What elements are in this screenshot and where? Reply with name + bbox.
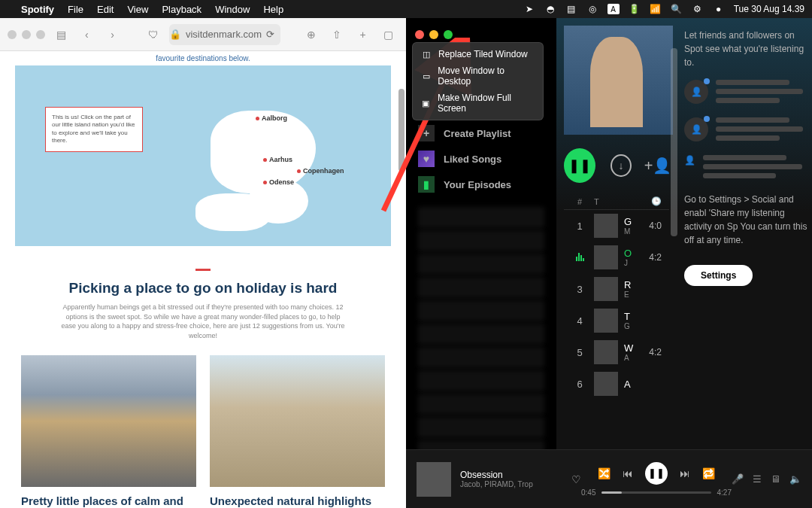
safari-minimize-button[interactable] — [22, 30, 31, 39]
city-aalborg[interactable]: Aalborg — [256, 114, 287, 122]
menu-help[interactable]: Help — [263, 4, 283, 15]
player-bar: Obsession Jacob, PIRAMD, Trop ♡ 🔀 ⏮ ❚❚ ⏭… — [406, 449, 812, 508]
menu-replace-tiled[interactable]: ◫Replace Tiled Window — [413, 46, 543, 62]
playlist-view[interactable]: ❚❚ ↓ +👤 # T 🕒 1 GM 4:0 — [556, 18, 677, 449]
section-subtext: Apparently human beings get a bit stress… — [60, 303, 346, 340]
progress-bar[interactable]: 0:45 4:27 — [581, 488, 732, 497]
queue-button[interactable]: ☰ — [753, 473, 762, 485]
spotify-sidebar: ◫Replace Tiled Window ▭Move Window to De… — [406, 18, 556, 449]
menu-view[interactable]: View — [127, 4, 148, 15]
player-center: 🔀 ⏮ ❚❚ ⏭ 🔁 0:45 4:27 — [581, 462, 732, 497]
lyrics-button[interactable]: 🎤 — [732, 473, 744, 485]
menubar-datetime[interactable]: Tue 30 Aug 14.39 — [734, 4, 804, 14]
download-button[interactable]: ↓ — [611, 154, 632, 177]
header-number[interactable]: # — [571, 197, 588, 206]
track-row[interactable]: 6 A — [564, 368, 669, 400]
volume-button[interactable]: 🔈 — [789, 473, 801, 485]
like-button[interactable]: ♡ — [571, 473, 581, 485]
spotify-scrollbar[interactable] — [671, 48, 677, 236]
playlist-item[interactable] — [418, 417, 544, 438]
menu-window[interactable]: Window — [215, 4, 250, 15]
status-icon-2[interactable]: ◓ — [544, 3, 556, 15]
track-row[interactable]: 1 GM 4:0 — [564, 210, 669, 242]
playlist-item[interactable] — [418, 230, 544, 251]
elapsed-time: 0:45 — [581, 488, 595, 497]
card-1[interactable]: Pretty little places of calm and tranqui… — [21, 355, 196, 508]
menubar-app-name[interactable]: Spotify — [21, 4, 54, 15]
back-button[interactable]: ‹ — [77, 24, 96, 45]
track-row[interactable]: 4 TG — [564, 305, 669, 336]
header-title[interactable]: T — [588, 197, 635, 206]
safari-zoom-button[interactable] — [36, 30, 45, 39]
extension-icon[interactable]: ⊕ — [301, 24, 321, 45]
menubar-status-area: ➤ ◓ ▤ ◎ A 🔋 📶 🔍 ⚙ ● Tue 30 Aug 14.39 — [523, 3, 804, 15]
control-center-icon[interactable]: ⚙ — [692, 3, 704, 15]
play-all-button[interactable]: ❚❚ — [564, 148, 595, 183]
playlist-cover[interactable] — [564, 26, 673, 135]
friend-panel-intro: Let friends and followers on Spot see wh… — [684, 29, 807, 69]
now-playing-info[interactable]: Obsession Jacob, PIRAMD, Trop — [460, 470, 565, 488]
playlist-item[interactable] — [418, 394, 544, 415]
privacy-report-icon[interactable]: 🛡 — [144, 24, 163, 45]
sidebar-toggle-icon[interactable]: ▤ — [51, 24, 71, 45]
menu-fullscreen[interactable]: ▣Make Window Full Screen — [413, 90, 543, 117]
red-divider — [195, 269, 211, 271]
track-thumb — [594, 340, 618, 364]
card-2[interactable]: Unexpected natural highlights — [210, 355, 385, 508]
playlist-item[interactable] — [418, 347, 544, 368]
add-user-button[interactable]: +👤 — [647, 154, 669, 177]
menu-file[interactable]: File — [68, 4, 83, 15]
playlist-item[interactable] — [418, 277, 544, 298]
track-row[interactable]: 3 RE — [564, 273, 669, 305]
section-heading: Picking a place to go on holiday is hard — [30, 280, 376, 297]
reload-icon[interactable]: ⟳ — [266, 29, 280, 40]
playlist-controls: ❚❚ ↓ +👤 — [564, 148, 669, 183]
safari-traffic-lights — [8, 30, 45, 39]
menu-playback[interactable]: Playback — [162, 4, 201, 15]
now-playing-thumb[interactable] — [417, 462, 451, 497]
progress-track[interactable] — [601, 491, 710, 494]
city-aarhus[interactable]: Aarhus — [263, 156, 292, 163]
heading-section: Picking a place to go on holiday is hard… — [0, 246, 406, 348]
shuffle-button[interactable]: 🔀 — [598, 467, 611, 479]
address-bar[interactable]: 🔒 visitdenmark.com ⟳ — [169, 24, 280, 45]
forward-button[interactable]: › — [102, 24, 122, 45]
playlist-item[interactable] — [418, 440, 544, 449]
playlist-list[interactable] — [406, 197, 556, 449]
playlist-item[interactable] — [418, 300, 544, 321]
status-icon-4[interactable]: ◎ — [586, 3, 598, 15]
menu-edit[interactable]: Edit — [97, 4, 114, 15]
siri-icon[interactable]: ● — [713, 3, 725, 15]
track-row[interactable]: OJ 4:2 — [564, 242, 669, 273]
playlist-item[interactable] — [418, 254, 544, 275]
play-pause-button[interactable]: ❚❚ — [645, 462, 668, 485]
friend-panel-footer: Go to Settings > Social and enabl 'Share… — [684, 193, 807, 247]
keyboard-input-icon[interactable]: A — [607, 4, 620, 14]
clock-icon[interactable]: 🕒 — [635, 196, 662, 206]
cards-row: Pretty little places of calm and tranqui… — [0, 348, 406, 508]
player-right-controls: 🎤 ☰ 🖥 🔈 — [732, 473, 801, 485]
spotlight-icon[interactable]: 🔍 — [671, 3, 683, 15]
wifi-icon[interactable]: 📶 — [650, 3, 662, 15]
next-button[interactable]: ⏭ — [680, 467, 690, 479]
status-icon-1[interactable]: ➤ — [523, 3, 535, 15]
safari-close-button[interactable] — [8, 30, 17, 39]
card-1-title: Pretty little places of calm and tranqui… — [21, 494, 196, 508]
playlist-item[interactable] — [418, 324, 544, 345]
devices-button[interactable]: 🖥 — [771, 473, 780, 485]
city-odense[interactable]: Odense — [263, 178, 294, 186]
repeat-button[interactable]: 🔁 — [702, 467, 715, 479]
playlist-item[interactable] — [418, 370, 544, 391]
friend-activity-panel: Let friends and followers on Spot see wh… — [677, 18, 812, 449]
status-icon-3[interactable]: ▤ — [565, 3, 577, 15]
avatar-icon: 👤 — [684, 155, 695, 166]
track-thumb — [594, 245, 618, 269]
fullscreen-icon: ▣ — [420, 99, 432, 108]
track-row[interactable]: 5 WA 4:2 — [564, 336, 669, 368]
track-thumb — [594, 214, 618, 238]
menu-move-desktop[interactable]: ▭Move Window to Desktop — [413, 62, 543, 90]
battery-icon[interactable]: 🔋 — [629, 3, 641, 15]
settings-button[interactable]: Settings — [684, 265, 753, 286]
now-playing-icon — [571, 252, 588, 263]
previous-button[interactable]: ⏮ — [623, 467, 633, 479]
